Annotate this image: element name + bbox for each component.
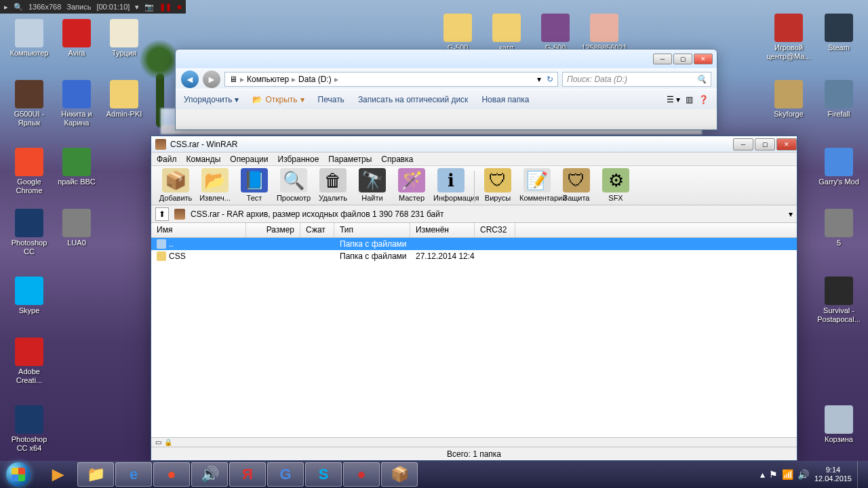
- forward-button[interactable]: ►: [203, 70, 220, 88]
- toolbar-button[interactable]: 🪄Мастер: [393, 167, 431, 203]
- file-list[interactable]: ..Папка с файламиCSSПапка с файлами27.12…: [151, 238, 797, 437]
- col-size[interactable]: Размер: [246, 223, 300, 237]
- chevron-down-icon[interactable]: ▾: [135, 3, 139, 12]
- desktop-icon[interactable]: G-500: [434, 14, 481, 52]
- toolbar-button[interactable]: 📘Тест: [235, 167, 273, 203]
- disk-icon[interactable]: ▭: [155, 439, 161, 446]
- burn-button[interactable]: Записать на оптический диск: [358, 95, 469, 104]
- desktop-icon[interactable]: Google Chrome: [5, 148, 53, 195]
- taskbar-item[interactable]: ▶: [39, 462, 76, 487]
- desktop-icon[interactable]: LUA0: [53, 209, 100, 247]
- show-desktop-button[interactable]: [857, 461, 864, 488]
- menu-item[interactable]: Операции: [230, 155, 268, 164]
- up-button[interactable]: ⬆: [155, 207, 169, 221]
- desktop-icon[interactable]: Photoshop CC x64: [5, 405, 53, 453]
- explorer-titlebar[interactable]: ─ ▢ ✕: [176, 49, 717, 68]
- chevron-down-icon[interactable]: ▾: [537, 75, 541, 84]
- explorer-window[interactable]: ─ ▢ ✕ ◄ ► 🖥 ▸ Компьютер ▸ Data (D:) ▸ ▾ …: [175, 49, 717, 130]
- breadcrumb-item[interactable]: Data (D:): [298, 75, 332, 84]
- desktop-icon[interactable]: Игровой центр@Ma...: [765, 14, 812, 61]
- taskbar-item[interactable]: 🔊: [191, 462, 228, 487]
- desktop-icon[interactable]: Steam: [815, 14, 863, 52]
- open-button[interactable]: 📂 Открыть ▾: [252, 95, 304, 104]
- pause-icon[interactable]: ❚❚: [159, 3, 172, 12]
- desktop-icon[interactable]: G500UI - Ярлык: [5, 80, 53, 127]
- print-button[interactable]: Печать: [318, 95, 344, 104]
- breadcrumb[interactable]: 🖥 ▸ Компьютер ▸ Data (D:) ▸ ▾ ↻: [224, 72, 558, 87]
- desktop-icon[interactable]: Firefall: [815, 80, 863, 119]
- minimize-button[interactable]: ─: [733, 138, 753, 150]
- desktop-icon[interactable]: Photoshop CC: [5, 209, 53, 256]
- desktop-icon[interactable]: Турция: [100, 19, 148, 58]
- toolbar-button[interactable]: 🗑Удалить: [314, 167, 352, 203]
- desktop-icon[interactable]: Survival - Postapocal...: [815, 277, 863, 324]
- taskbar-item[interactable]: Я: [229, 462, 266, 487]
- col-modified[interactable]: Изменён: [410, 223, 475, 237]
- desktop-icon[interactable]: G-500: [532, 14, 579, 52]
- toolbar-button[interactable]: 🛡Защита: [557, 167, 595, 203]
- newfolder-button[interactable]: Новая папка: [481, 95, 529, 104]
- desktop-icon[interactable]: Skyforge: [765, 80, 812, 119]
- desktop-icon[interactable]: Garry's Mod: [815, 148, 863, 186]
- toolbar-button[interactable]: 📝Комментарий: [518, 167, 556, 203]
- toolbar-button[interactable]: ⚙SFX: [597, 167, 635, 203]
- toolbar-button[interactable]: 🔭Найти: [353, 167, 391, 203]
- desktop-icon[interactable]: Adobe Creati...: [5, 338, 53, 385]
- col-type[interactable]: Тип: [334, 223, 410, 237]
- stop-icon[interactable]: ■: [177, 3, 182, 11]
- taskbar-item[interactable]: ●: [153, 462, 190, 487]
- minimize-button[interactable]: ─: [653, 54, 672, 64]
- file-row[interactable]: ..Папка с файлами: [151, 238, 797, 250]
- col-name[interactable]: Имя: [151, 223, 246, 237]
- maximize-button[interactable]: ▢: [673, 54, 692, 64]
- menu-item[interactable]: Справка: [381, 155, 413, 164]
- toolbar-button[interactable]: 🔍Просмотр: [275, 167, 313, 203]
- toolbar-button[interactable]: 📂Извлеч...: [196, 167, 234, 203]
- clock[interactable]: 9:14 12.04.2015: [814, 466, 852, 483]
- organize-button[interactable]: Упорядочить ▾: [184, 95, 239, 104]
- menu-item[interactable]: Файл: [157, 155, 177, 164]
- taskbar-item[interactable]: S: [305, 462, 342, 487]
- maximize-button[interactable]: ▢: [755, 138, 775, 150]
- desktop-icon[interactable]: Avira: [53, 19, 100, 58]
- back-button[interactable]: ◄: [181, 70, 199, 88]
- toolbar-button[interactable]: ℹИнформация: [432, 167, 470, 203]
- archive-path[interactable]: CSS.rar - RAR архив, размер исходных фай…: [191, 209, 783, 219]
- file-row[interactable]: CSSПапка с файлами27.12.2014 12:49: [151, 250, 797, 262]
- toolbar-button[interactable]: 🛡Вирусы: [479, 167, 517, 203]
- menu-item[interactable]: Избранное: [278, 155, 319, 164]
- view-icon[interactable]: ☰ ▾: [667, 95, 680, 104]
- winrar-window[interactable]: CSS.rar - WinRAR ─ ▢ ✕ ФайлКомандыОперац…: [151, 136, 797, 461]
- taskbar-item[interactable]: G: [267, 462, 304, 487]
- volume-icon[interactable]: 🔊: [797, 469, 809, 480]
- network-icon[interactable]: 📶: [782, 469, 793, 480]
- toolbar-button[interactable]: 📦Добавить: [157, 167, 195, 203]
- desktop-icon[interactable]: карт: [483, 14, 530, 52]
- col-packed[interactable]: Сжат: [300, 223, 334, 237]
- desktop-icon[interactable]: прайс BBC: [53, 148, 100, 186]
- tray-expand-icon[interactable]: ▴: [760, 469, 765, 480]
- desktop-icon[interactable]: 5: [815, 209, 863, 247]
- camera-icon[interactable]: 📷: [144, 3, 154, 12]
- desktop-icon[interactable]: Skype: [5, 277, 53, 315]
- menu-item[interactable]: Команды: [186, 155, 221, 164]
- close-button[interactable]: ✕: [776, 138, 797, 150]
- taskbar-item[interactable]: 📦: [381, 462, 418, 487]
- taskbar-item[interactable]: ●: [343, 462, 380, 487]
- menu-item[interactable]: Параметры: [328, 155, 372, 164]
- taskbar-item[interactable]: e: [115, 462, 152, 487]
- search-input[interactable]: Поиск: Data (D:) 🔍: [562, 72, 711, 87]
- col-crc[interactable]: CRC32: [475, 223, 515, 237]
- lock-icon[interactable]: 🔒: [164, 439, 172, 446]
- close-button[interactable]: ✕: [694, 54, 713, 64]
- desktop-icon[interactable]: Admin-PKI: [100, 80, 148, 119]
- breadcrumb-item[interactable]: Компьютер: [247, 75, 289, 84]
- help-icon[interactable]: ❓: [698, 95, 709, 104]
- flag-icon[interactable]: ⚑: [769, 469, 778, 480]
- desktop-icon[interactable]: Корзина: [815, 405, 863, 444]
- preview-icon[interactable]: ▥: [686, 95, 693, 104]
- desktop-icon[interactable]: Компьютер: [5, 19, 53, 58]
- taskbar-item[interactable]: 📁: [77, 462, 114, 487]
- start-button[interactable]: [0, 461, 37, 488]
- chevron-down-icon[interactable]: ▾: [789, 209, 793, 219]
